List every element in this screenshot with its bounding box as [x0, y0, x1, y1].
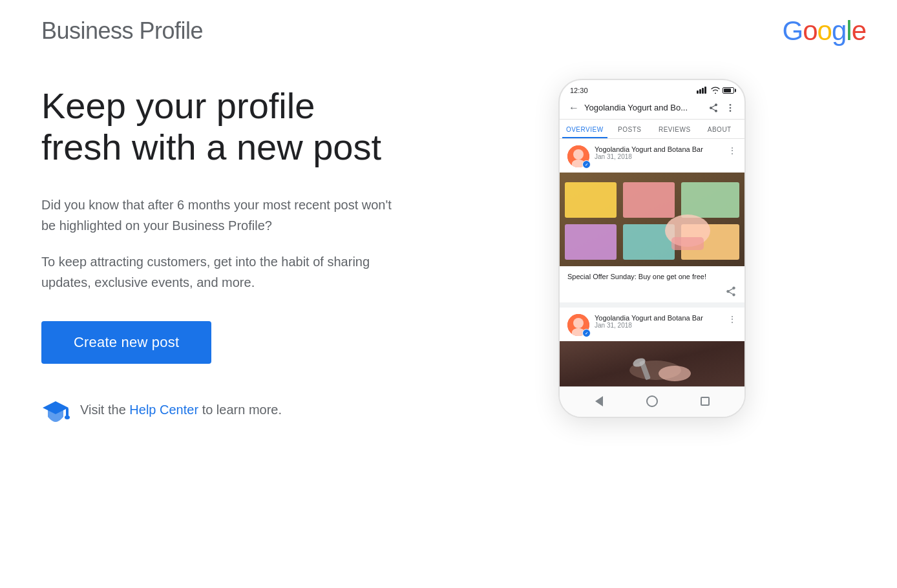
svg-rect-1: [66, 408, 69, 417]
android-nav-bar: [560, 386, 744, 417]
phone-mockup-container: 12:30: [558, 79, 746, 418]
share-post-icon-1[interactable]: [725, 286, 737, 297]
phone-nav-icons: [708, 103, 735, 113]
post-actions-1: [560, 284, 744, 302]
help-row: Visit the Help Center to learn more.: [41, 396, 507, 425]
phone-tabs: OVERVIEW POSTS REVIEWS ABOUT: [560, 120, 744, 139]
main-content: Keep your profile fresh with a new post …: [0, 47, 897, 425]
svg-point-19: [573, 318, 584, 328]
tab-posts[interactable]: POSTS: [607, 120, 653, 138]
post-date-2: Jan 31, 2018: [595, 322, 723, 329]
tab-overview[interactable]: OVERVIEW: [562, 120, 607, 138]
wifi-icon: [711, 87, 720, 94]
post-image-2: [560, 341, 744, 386]
left-panel: Keep your profile fresh with a new post …: [41, 85, 507, 425]
post-image-1: [560, 173, 744, 266]
phone-nav-title: Yogolandia Yogurt and Bo...: [584, 103, 703, 112]
body-text-1: Did you know that after 6 months your mo…: [41, 194, 403, 236]
battery-icon: [723, 87, 734, 94]
status-icons: [697, 87, 734, 94]
post-header-1: Yogolandia Yogurt and Botana Bar Jan 31,…: [560, 139, 744, 173]
help-center-link[interactable]: Help Center: [129, 403, 198, 417]
android-recents-button[interactable]: [699, 395, 712, 408]
svg-point-3: [730, 104, 732, 106]
post-caption-1: Special Offer Sunday: Buy one get one fr…: [560, 266, 744, 284]
post-more-icon-2[interactable]: ⋮: [728, 314, 737, 324]
phone-mockup: 12:30: [558, 79, 746, 418]
svg-rect-12: [681, 182, 739, 218]
post-date-1: Jan 31, 2018: [595, 153, 723, 160]
phone-nav-bar: ← Yogolandia Yogurt and Bo...: [560, 98, 744, 120]
android-back-button[interactable]: [593, 395, 606, 408]
body-text-2: To keep attracting customers, get into t…: [41, 251, 403, 293]
svg-point-2: [65, 415, 70, 419]
more-icon[interactable]: [725, 103, 735, 113]
avatar-wrapper-1: [567, 145, 589, 167]
svg-rect-17: [671, 237, 704, 250]
share-icon[interactable]: [708, 103, 719, 113]
page-title: Business Profile: [41, 17, 203, 45]
post-card-2: Yogolandia Yogurt and Botana Bar Jan 31,…: [560, 308, 744, 386]
hero-title: Keep your profile fresh with a new post: [41, 85, 507, 169]
graduation-cap-icon: [41, 396, 70, 425]
post-header-2: Yogolandia Yogurt and Botana Bar Jan 31,…: [560, 308, 744, 341]
svg-point-4: [730, 107, 732, 109]
svg-point-25: [659, 366, 691, 381]
verified-badge-2: [582, 329, 591, 337]
svg-rect-13: [565, 224, 617, 260]
avatar-wrapper-2: [567, 314, 589, 336]
post-meta-2: Yogolandia Yogurt and Botana Bar Jan 31,…: [595, 314, 723, 329]
post-meta-1: Yogolandia Yogurt and Botana Bar Jan 31,…: [595, 145, 723, 160]
signal-icon: [697, 87, 706, 94]
post-more-icon-1[interactable]: ⋮: [728, 145, 737, 156]
svg-point-5: [730, 110, 732, 112]
post-card-1: Yogolandia Yogurt and Botana Bar Jan 31,…: [560, 139, 744, 308]
tab-reviews[interactable]: REVIEWS: [652, 120, 697, 138]
tab-about[interactable]: ABOUT: [697, 120, 743, 138]
post-business-name-2: Yogolandia Yogurt and Botana Bar: [595, 314, 723, 322]
help-text: Visit the Help Center to learn more.: [80, 403, 282, 417]
google-logo: Google: [783, 16, 866, 47]
android-home-button[interactable]: [646, 395, 659, 408]
verified-badge-1: [582, 160, 591, 169]
phone-status-bar: 12:30: [560, 80, 744, 98]
page-header: Business Profile Google: [0, 0, 897, 47]
create-new-post-button[interactable]: Create new post: [41, 321, 211, 364]
post-business-name-1: Yogolandia Yogurt and Botana Bar: [595, 145, 723, 153]
svg-point-7: [573, 149, 584, 160]
svg-rect-10: [565, 182, 617, 218]
back-arrow-icon[interactable]: ←: [569, 102, 579, 114]
svg-rect-11: [623, 182, 675, 218]
phone-time: 12:30: [570, 87, 588, 94]
